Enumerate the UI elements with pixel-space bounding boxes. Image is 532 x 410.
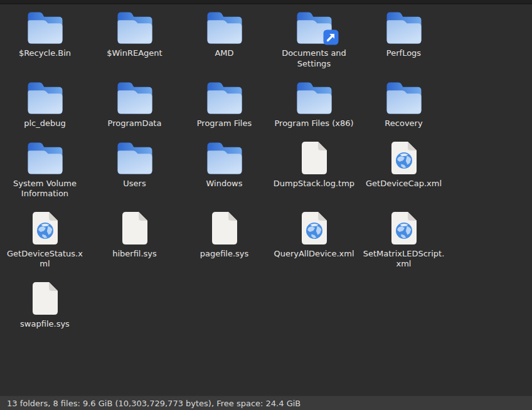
item-label: Windows bbox=[206, 179, 242, 189]
folder-icon bbox=[27, 81, 63, 114]
folder-item[interactable]: Program Files (x86) bbox=[269, 81, 359, 141]
folder-item[interactable]: Windows bbox=[179, 141, 269, 211]
item-label: swapfile.sys bbox=[20, 319, 70, 330]
item-label: Documents and Settings bbox=[273, 48, 356, 69]
item-icon bbox=[27, 11, 63, 44]
file-view[interactable]: $Recycle.Bin $WinREAgent bbox=[0, 4, 532, 396]
file-item[interactable]: QueryAllDevice.xml bbox=[269, 211, 359, 281]
item-label: AMD bbox=[215, 48, 233, 59]
folder-item[interactable]: $Recycle.Bin bbox=[0, 11, 90, 81]
file-icon bbox=[33, 282, 58, 315]
folder-item[interactable]: Users bbox=[90, 141, 179, 211]
folder-item[interactable]: Program Files bbox=[179, 81, 269, 141]
item-label: System Volume Information bbox=[4, 179, 87, 199]
window-top-strip bbox=[0, 0, 532, 4]
folder-icon bbox=[296, 81, 332, 114]
folder-icon bbox=[117, 141, 153, 174]
folder-icon bbox=[27, 141, 63, 174]
file-item[interactable]: GetDeviceCap.xml bbox=[359, 141, 449, 211]
item-label: GetDeviceStatus.xml bbox=[4, 249, 87, 270]
item-icon bbox=[206, 141, 243, 174]
item-icon bbox=[33, 211, 58, 244]
folder-item[interactable]: $WinREAgent bbox=[90, 11, 179, 81]
item-label: hiberfil.sys bbox=[112, 249, 157, 260]
item-label: plc_debug bbox=[24, 118, 66, 129]
item-icon bbox=[122, 211, 147, 244]
item-icon bbox=[117, 141, 153, 174]
item-icon bbox=[296, 11, 332, 44]
file-item[interactable]: hiberfil.sys bbox=[90, 211, 179, 281]
item-label: $WinREAgent bbox=[107, 48, 162, 59]
file-icon bbox=[212, 212, 237, 244]
item-icon bbox=[117, 81, 153, 114]
item-icon bbox=[206, 81, 243, 114]
item-icon bbox=[391, 141, 417, 174]
item-icon bbox=[33, 281, 58, 315]
folder-item[interactable]: AMD bbox=[179, 11, 269, 81]
xml-file-icon bbox=[391, 212, 417, 244]
item-label: ProgramData bbox=[108, 118, 162, 129]
file-icon bbox=[302, 142, 327, 174]
status-bar: 13 folders, 8 files: 9.6 GiB (10,303,729… bbox=[0, 396, 532, 410]
item-label: GetDeviceCap.xml bbox=[366, 179, 442, 189]
file-item[interactable]: swapfile.sys bbox=[0, 281, 90, 342]
item-label: $Recycle.Bin bbox=[19, 48, 71, 59]
item-icon bbox=[386, 81, 422, 114]
xml-file-icon bbox=[302, 212, 327, 244]
folder-item[interactable]: Recovery bbox=[359, 81, 449, 141]
item-label: Recovery bbox=[385, 118, 422, 129]
item-icon bbox=[117, 11, 153, 44]
folder-icon bbox=[117, 11, 153, 44]
file-item[interactable]: GetDeviceStatus.xml bbox=[0, 211, 90, 281]
item-label: pagefile.sys bbox=[200, 249, 249, 260]
xml-file-icon bbox=[33, 212, 58, 244]
folder-item[interactable]: PerfLogs bbox=[359, 11, 449, 81]
file-icon bbox=[122, 212, 147, 244]
folder-item[interactable]: plc_debug bbox=[0, 81, 90, 141]
item-label: SetMatrixLEDScript.xml bbox=[363, 249, 445, 270]
folder-item[interactable]: ProgramData bbox=[90, 81, 179, 141]
item-icon bbox=[391, 211, 417, 244]
item-icon bbox=[302, 141, 327, 174]
item-label: Users bbox=[123, 179, 146, 189]
file-item[interactable]: DumpStack.log.tmp bbox=[269, 141, 359, 211]
item-icon bbox=[302, 211, 327, 244]
item-icon bbox=[386, 11, 422, 44]
xml-file-icon bbox=[391, 142, 417, 174]
item-label: Program Files bbox=[197, 118, 252, 129]
item-icon bbox=[27, 141, 63, 174]
folder-icon bbox=[206, 81, 243, 114]
folder-icon bbox=[27, 11, 63, 44]
folder-icon bbox=[386, 11, 422, 44]
status-text: 13 folders, 8 files: 9.6 GiB (10,303,729… bbox=[7, 399, 301, 408]
item-icon bbox=[212, 211, 237, 244]
item-icon bbox=[27, 81, 63, 114]
file-item[interactable]: SetMatrixLEDScript.xml bbox=[359, 211, 449, 281]
folder-icon bbox=[386, 81, 422, 114]
item-label: QueryAllDevice.xml bbox=[274, 249, 354, 260]
folder-icon bbox=[117, 81, 153, 114]
file-grid: $Recycle.Bin $WinREAgent bbox=[0, 4, 532, 341]
folder-item[interactable]: System Volume Information bbox=[0, 141, 90, 211]
item-label: DumpStack.log.tmp bbox=[274, 179, 354, 189]
item-icon bbox=[206, 11, 243, 44]
file-item[interactable]: pagefile.sys bbox=[179, 211, 269, 281]
folder-item[interactable]: Documents and Settings bbox=[269, 11, 359, 81]
item-icon bbox=[296, 81, 332, 114]
shortcut-arrow-icon bbox=[323, 29, 339, 45]
item-label: PerfLogs bbox=[386, 48, 421, 59]
item-label: Program Files (x86) bbox=[274, 118, 353, 129]
folder-icon bbox=[206, 141, 243, 174]
folder-icon bbox=[206, 11, 243, 44]
